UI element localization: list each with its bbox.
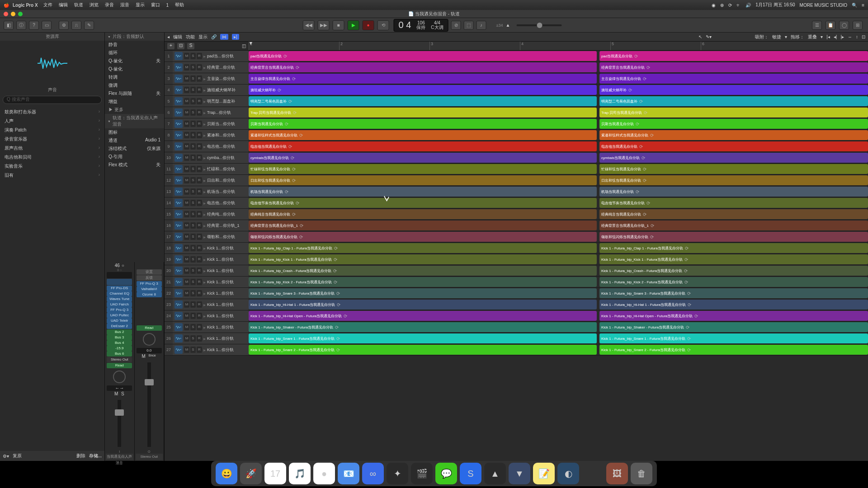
rec-button[interactable]: R xyxy=(197,256,202,263)
plugin-slot[interactable]: Bus 3 xyxy=(107,335,132,340)
rec-button[interactable]: R xyxy=(197,53,202,59)
library-toggle[interactable]: ◧ xyxy=(4,21,14,30)
library-category[interactable]: 录音室乐器 xyxy=(0,135,104,144)
plugin-slot[interactable]: Bus 4 xyxy=(107,340,132,346)
inspector-row[interactable]: Q-量化关 xyxy=(105,57,164,65)
loops-browser[interactable]: ◯ xyxy=(839,21,849,30)
pencil-tool[interactable]: ✎▾ xyxy=(706,34,712,39)
track-icon[interactable] xyxy=(175,244,183,252)
audio-region[interactable]: 经典背景音当我遇见你分轨 ⟳ xyxy=(599,62,868,72)
track-name[interactable]: 施坦威大钢琴补 xyxy=(207,87,247,93)
track-name[interactable]: cymba...你分轨 xyxy=(207,155,247,161)
solo-button[interactable]: S xyxy=(190,121,196,127)
mute-button[interactable]: M xyxy=(184,279,189,285)
rec-button[interactable]: R xyxy=(197,200,202,206)
track-icon[interactable] xyxy=(175,300,183,309)
input-slot[interactable] xyxy=(107,272,132,278)
track-row[interactable]: 6MSR▸Trap...你分轨Trap 贝司当我遇见你分轨 ⟳Trap 贝司当我… xyxy=(165,107,868,118)
rec-button[interactable]: R xyxy=(197,290,202,296)
track-lane[interactable]: Kick 1 - Futura_bip_Kick 2 - Futura当我遇见你… xyxy=(249,277,868,287)
track-header[interactable]: MSR▸明亮型...面盘补 xyxy=(173,96,249,107)
menu-1[interactable]: 1 xyxy=(166,3,169,8)
rec-button[interactable]: R xyxy=(197,222,202,229)
track-lane[interactable]: Kick 1 - Futura_bip_Kick 1 - Futura当我遇见你… xyxy=(249,254,868,265)
audio-region[interactable]: 紧凑和弦样式当我遇见你分轨 ⟳ xyxy=(599,130,868,140)
track-lane[interactable]: 颂歌和弦闪烁当我遇见你分轨 ⟳颂歌和弦闪烁当我遇见你分轨 ⟳ xyxy=(249,231,868,242)
audio-region[interactable]: 电吉他节奏当我遇见你分轨 ⟳ xyxy=(249,198,597,208)
rec-button[interactable]: R xyxy=(197,155,202,161)
plugin-slot[interactable]: Bus 2 xyxy=(107,329,132,335)
solo-button[interactable]: S xyxy=(190,335,196,342)
track-header[interactable]: MSR▸忙碌和...你分轨 xyxy=(173,164,249,174)
mute-button[interactable]: M xyxy=(184,143,189,150)
zoom-level[interactable]: ±34 xyxy=(496,23,503,28)
nav-icon[interactable]: ↕ xyxy=(856,34,858,39)
dock-app[interactable]: 🎵 xyxy=(289,463,311,484)
track-icon[interactable] xyxy=(175,278,183,286)
track-icon[interactable] xyxy=(175,312,183,320)
audio-region[interactable]: 忙碌和弦当我遇见你分轨 ⟳ xyxy=(249,164,597,174)
track-row[interactable]: 3MSR▸主音旋...你分轨主音旋律当我遇见你分轨 ⟳主音旋律当我遇见你分轨 ⟳ xyxy=(165,73,868,84)
track-lane[interactable]: 电吉他当我遇见你分轨 ⟳电吉他当我遇见你分轨 ⟳ xyxy=(249,141,868,152)
toolbar-toggle[interactable]: ▭ xyxy=(42,21,52,30)
audio-region[interactable]: 主音旋律当我遇见你分轨 ⟳ xyxy=(599,74,868,84)
track-header[interactable]: MSR▸经典背...你分轨 xyxy=(173,62,249,73)
wifi-icon[interactable]: ᯤ xyxy=(736,3,741,8)
audio-region[interactable]: 施坦威大钢琴补 ⟳ xyxy=(249,85,597,95)
mute-button[interactable]: M xyxy=(184,347,189,353)
volume-value[interactable]: ←→ xyxy=(107,385,132,391)
mute-button[interactable]: M xyxy=(184,64,189,70)
forward-button[interactable]: ▶▶ xyxy=(318,20,330,30)
track-header[interactable]: MSR▸电吉他...你分轨 xyxy=(173,141,249,152)
track-icon[interactable] xyxy=(175,165,183,173)
mute-button[interactable]: M xyxy=(184,188,189,195)
dock-app[interactable]: 🚀 xyxy=(240,463,262,484)
mute-button[interactable]: M xyxy=(184,324,189,330)
snap-value[interactable]: 敏捷 xyxy=(772,34,781,40)
solo-button[interactable]: S xyxy=(190,143,196,150)
track-icon[interactable] xyxy=(175,188,183,196)
volume-icon[interactable]: 🔊 xyxy=(745,3,751,8)
track-row[interactable]: 22MSR▸Kick 1...你分轨Kick 1 - Futura_bip_Sn… xyxy=(165,288,868,299)
mute-button[interactable]: M xyxy=(184,245,189,251)
dock-app[interactable]: 17 xyxy=(264,463,286,484)
dup-track-button[interactable]: ⊡ xyxy=(177,43,184,49)
solo-button[interactable]: S xyxy=(190,109,196,116)
track-name[interactable]: Kick 1...你分轨 xyxy=(207,257,247,263)
audio-region[interactable]: 主音旋律当我遇见你分轨 ⟳ xyxy=(249,74,597,84)
track-row[interactable]: 20MSR▸Kick 1...你分轨Kick 1 - Futura_bip_Cr… xyxy=(165,265,868,277)
inspector-row[interactable]: 通道Audio 1 xyxy=(105,136,164,145)
plugin-slot[interactable]: FF Pro-Q 3 xyxy=(137,281,162,286)
audio-region[interactable]: 日出和弦当我遇见你分轨 ⟳ xyxy=(599,175,868,185)
menu-mix[interactable]: 混音 xyxy=(120,2,129,8)
track-icon[interactable] xyxy=(175,142,183,150)
track-lane[interactable]: 主音旋律当我遇见你分轨 ⟳主音旋律当我遇见你分轨 ⟳ xyxy=(249,73,868,84)
solo-button[interactable]: S xyxy=(190,222,196,229)
track-lane[interactable]: 电吉他节奏当我遇见你分轨 ⟳电吉他节奏当我遇见你分轨 ⟳ xyxy=(249,197,868,208)
track-row[interactable]: 7MSR▸贝斯当...你分轨贝斯当我遇见你分轨 ⟳贝斯当我遇见你分轨 ⟳ xyxy=(165,118,868,130)
track-name[interactable]: 颂歌和...你分轨 xyxy=(207,234,247,240)
solo-button[interactable]: S xyxy=(190,155,196,161)
audio-region[interactable]: 经典纯音当我遇见你分轨 ⟳ xyxy=(249,209,597,219)
solo-button[interactable]: S xyxy=(190,98,196,104)
setting-slot[interactable]: 反馈 xyxy=(137,275,162,281)
audio-region[interactable]: Kick 1 - Futura_bip_Snare 3 - Futura当我遇见… xyxy=(599,288,868,298)
audio-region[interactable]: 颂歌和弦闪烁当我遇见你分轨 ⟳ xyxy=(249,232,597,242)
menu-view[interactable]: 显示 xyxy=(136,2,145,8)
audio-region[interactable]: Kick 1 - Futura_bip_Kick 2 - Futura当我遇见你… xyxy=(599,277,868,287)
audio-region[interactable]: Kick 1 - Futura_bip_Hi-Hat Open - Futura… xyxy=(599,311,868,321)
mute-button[interactable]: M xyxy=(184,98,189,104)
track-row[interactable]: 19MSR▸Kick 1...你分轨Kick 1 - Futura_bip_Ki… xyxy=(165,254,868,265)
dock-app[interactable]: 🗑 xyxy=(631,463,652,484)
audio-region[interactable]: Kick 1 - Futura_bip_Kick 2 - Futura当我遇见你… xyxy=(249,277,597,287)
library-search[interactable]: Q 搜索声音 xyxy=(3,96,102,104)
mute-button[interactable]: M xyxy=(141,354,146,359)
track-name[interactable]: 忙碌和...你分轨 xyxy=(207,166,247,172)
track-icon[interactable] xyxy=(175,86,183,94)
track-header[interactable]: MSR▸电吉他...你分轨 xyxy=(173,197,249,208)
track-icon[interactable] xyxy=(175,75,183,83)
track-header[interactable]: MSR▸cymba...你分轨 xyxy=(173,152,249,163)
rec-button[interactable]: R xyxy=(197,132,202,138)
mute-button[interactable]: M xyxy=(184,290,189,296)
solo-button[interactable]: S xyxy=(190,313,196,319)
